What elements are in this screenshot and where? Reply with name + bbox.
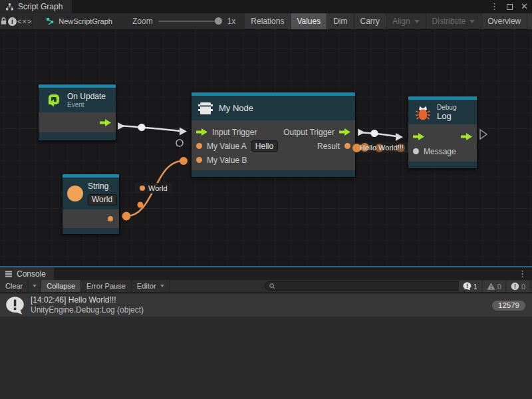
relations-label: Relations [251,17,284,26]
collapse-toggle[interactable]: Collapse [41,280,81,292]
close-icon[interactable]: ✕ [521,0,528,13]
console-toolbar: Clear Collapse Error Pause Editor [0,280,532,293]
value-a-port[interactable] [196,143,202,149]
value-label-text: World [148,184,168,192]
value-pulse-dot [138,202,144,208]
editor-dropdown[interactable]: Editor [132,280,170,292]
node-subtitle: Log [437,111,456,121]
zoom-slider[interactable] [158,21,222,22]
graph-name-area: NewScriptGraph [38,13,120,29]
node-footer [39,132,116,140]
graph-toolbar: i <×> NewScriptGraph Zoom 1x Relations V… [0,13,532,30]
node-debug-log[interactable]: Debug Log Message [408,96,477,169]
node-string-literal[interactable]: String [62,174,120,235]
console-count-badges: 1 0 0 [459,281,529,292]
output-trigger-port[interactable] [100,119,111,126]
output-trigger-port[interactable] [339,128,350,136]
node-header: Debug Log [408,100,477,124]
code-icon: <×> [17,17,32,25]
console-menu-icon[interactable]: ⋮ [518,269,527,279]
chevron-down-icon [160,285,164,287]
bug-icon [414,104,432,121]
input-trigger-port[interactable] [196,128,207,136]
node-footer [192,170,355,177]
wire-start-marker [118,122,125,130]
input-trigger-port[interactable] [413,133,424,140]
graph-name-label[interactable]: NewScriptGraph [59,17,112,25]
chevron-down-icon [33,285,37,287]
align-dropdown[interactable]: Align [386,13,426,29]
edit-script-button[interactable]: <×> [17,13,33,29]
window-tab-bar: Script Graph ⋮ ✕ [0,0,532,13]
overview-button[interactable]: Overview [481,13,527,29]
console-panel: Console ⋮ Clear Collapse Error Pause Edi… [0,266,532,399]
node-my-node[interactable]: My Node Input Trigger Output Trigger My … [191,92,356,178]
console-search-input[interactable] [278,282,461,290]
graph-canvas[interactable]: On Update Event [0,30,532,266]
full-screen-button[interactable]: Full Screen [527,13,532,29]
port-label: My Value B [207,156,247,165]
node-title: My Node [219,103,253,113]
tab-title: Script Graph [18,2,63,11]
wire-endpoint-dot [122,212,131,221]
zoom-label: Zoom [132,17,153,26]
clear-dropdown[interactable] [29,280,41,292]
wire-arrowhead [396,133,403,141]
error-circle-icon [511,282,519,291]
console-tab-bar: Console ⋮ [0,267,532,280]
result-port[interactable] [344,143,350,149]
value-label-world: World [135,183,172,194]
value-a-input[interactable] [251,140,278,152]
lock-button[interactable] [0,13,8,29]
values-button[interactable]: Values [291,13,327,29]
clear-button[interactable]: Clear [0,280,29,292]
info-button[interactable]: i [8,13,17,29]
empty-port-circle [176,140,183,146]
node-on-update[interactable]: On Update Event [38,84,116,141]
info-filter-button[interactable]: 1 [459,281,481,292]
console-search[interactable] [265,281,466,291]
warning-triangle-icon [487,282,495,291]
clear-label: Clear [5,282,23,290]
info-count: 1 [473,283,477,291]
tab-console[interactable]: Console [0,267,54,280]
error-filter-button[interactable]: 0 [507,281,529,292]
collapse-count-badge: 12579 [492,301,525,311]
node-subtitle: Event [67,101,106,108]
flow-pulse-dot [138,124,146,131]
relations-button[interactable]: Relations [245,13,291,29]
distribute-dropdown[interactable]: Distribute [426,13,482,29]
log-entry-row[interactable]: [14:02:46] Hello World!!! UnityEngine.De… [0,294,532,317]
value-b-port[interactable] [196,157,202,163]
values-label: Values [297,17,321,26]
script-graph-icon [5,3,14,11]
dim-label: Dim [333,17,347,26]
log-stacktrace: UnityEngine.Debug:Log (object) [31,305,486,315]
window-menu-icon[interactable]: ⋮ [490,0,499,13]
zoom-value: 1x [227,17,236,26]
log-message: [14:02:46] Hello World!!! [31,295,486,305]
log-entry-text: [14:02:46] Hello World!!! UnityEngine.De… [31,295,486,315]
message-port[interactable] [413,148,419,154]
wire-arrowhead [180,128,187,136]
string-output-port[interactable] [108,216,113,221]
search-icon [269,283,275,289]
maximize-icon[interactable] [507,4,513,10]
dim-button[interactable]: Dim [327,13,354,29]
graph-toolbar-buttons: Relations Values Dim Carry Align Distrib… [245,13,532,29]
warning-filter-button[interactable]: 0 [483,281,505,292]
chevron-down-icon [414,20,420,23]
string-value-input[interactable] [88,194,117,205]
port-label: Output Trigger [283,128,334,137]
carry-button[interactable]: Carry [354,13,386,29]
tab-script-graph[interactable]: Script Graph [0,0,72,13]
wire-endpoint-dot [180,157,188,165]
wire-start-marker [358,129,365,136]
output-trigger-port[interactable] [461,133,472,140]
error-pause-toggle[interactable]: Error Pause [81,280,132,292]
graph-asset-icon [46,17,55,26]
info-icon: i [8,17,17,26]
empty-flow-triangle [480,130,487,139]
zoom-slider-knob[interactable] [215,17,222,25]
error-count: 0 [521,283,525,291]
